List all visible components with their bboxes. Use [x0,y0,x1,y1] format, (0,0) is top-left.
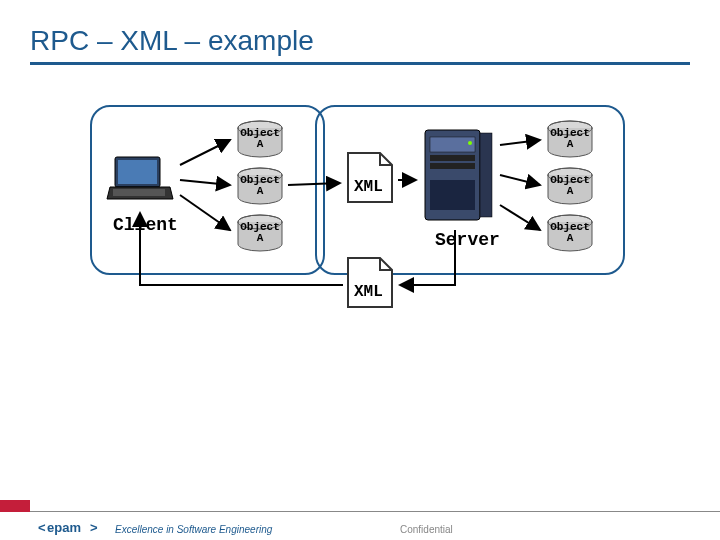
slide-footer: < epam > Excellence in Software Engineer… [0,490,720,540]
object-text: Object A [550,174,590,197]
client-label: Client [113,215,178,235]
client-object-label: Object A [235,175,285,197]
xml-response-label: XML [354,283,383,301]
object-text: Object A [550,127,590,150]
svg-rect-6 [430,155,475,161]
laptop-icon [105,155,175,205]
object-text: Object A [550,221,590,244]
title-underline [30,62,690,65]
svg-rect-8 [430,180,475,210]
server-icon [420,125,495,225]
object-text: Object A [240,127,280,150]
object-text: Object A [240,174,280,197]
footer-divider [30,511,720,512]
rpc-xml-diagram: Client Server Object A Object A Object A… [90,105,630,335]
footer-tagline: Excellence in Software Engineering [115,524,272,535]
svg-rect-4 [480,133,492,217]
epam-logo: < epam > [38,516,108,540]
slide-title: RPC – XML – example [30,25,314,57]
svg-text:<: < [38,520,46,535]
client-object-label: Object A [235,222,285,244]
svg-rect-5 [430,137,475,152]
server-object-label: Object A [545,128,595,150]
server-object-label: Object A [545,175,595,197]
svg-rect-1 [118,160,157,184]
svg-rect-7 [430,163,475,169]
object-text: Object A [240,221,280,244]
server-label: Server [435,230,500,250]
server-object-label: Object A [545,222,595,244]
svg-text:>: > [90,520,98,535]
footer-accent-block [0,500,30,512]
svg-point-9 [468,141,472,145]
footer-confidential-label: Confidential [400,524,453,535]
svg-rect-2 [113,189,165,196]
xml-request-label: XML [354,178,383,196]
client-object-label: Object A [235,128,285,150]
svg-text:epam: epam [47,520,81,535]
